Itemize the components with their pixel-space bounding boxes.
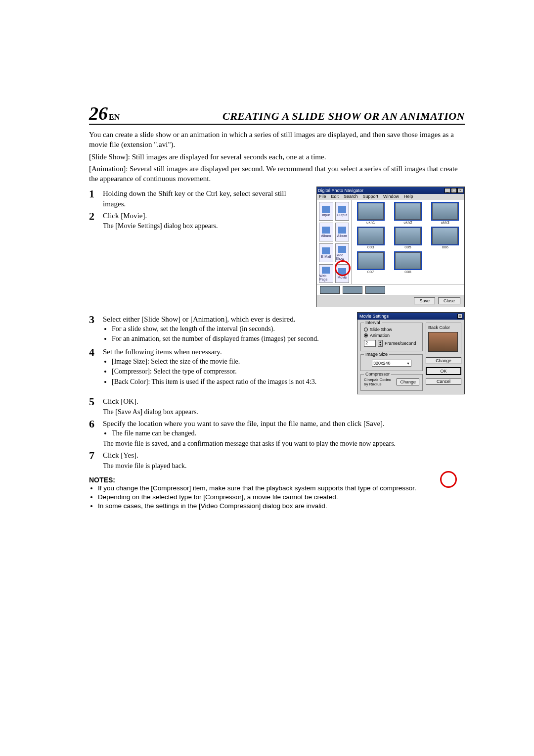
menubar: File Edit Search Support Window Help: [317, 194, 464, 200]
step-text: Click [OK].: [103, 396, 465, 406]
step-text: Click [Yes].: [103, 450, 465, 460]
sidebar-item-label: Web Page: [319, 274, 333, 281]
step-number: 4: [89, 347, 98, 388]
backcolor-preview: [428, 332, 458, 352]
notes-heading: NOTES:: [89, 476, 425, 484]
input-icon: [322, 206, 330, 213]
step-bullet: [Back Color]: This item is used if the a…: [112, 378, 348, 387]
sidebar-item-label: Album: [337, 234, 347, 237]
intro-line-2: [Slide Show]: Still images are displayed…: [89, 152, 465, 162]
thumbnail-caption: 007: [367, 270, 374, 274]
window-titlebar: Digital Photo Navigator _ □ ×: [317, 187, 464, 194]
thumbnail-caption: 008: [404, 270, 411, 274]
ok-button[interactable]: OK: [426, 367, 461, 375]
thumbnail[interactable]: ukh1: [355, 203, 387, 225]
maximize-icon[interactable]: □: [451, 188, 457, 193]
sidebar-item-webpage[interactable]: Web Page: [319, 264, 333, 283]
step-number: 6: [89, 419, 98, 448]
movie-settings-dialog: Movie Settings × Interval Slide Show Ani…: [357, 312, 465, 394]
imagesize-select[interactable]: 320x240▼: [372, 360, 411, 367]
sidebar-item-label: Input: [322, 213, 330, 217]
dialog-title: Movie Settings: [359, 314, 389, 319]
radio-icon: [364, 328, 368, 331]
thumbnail-image: [432, 203, 458, 220]
sidebar-item-album[interactable]: Album: [319, 223, 333, 241]
menu-file[interactable]: File: [319, 194, 326, 200]
thumbnail-image: [395, 228, 421, 244]
thumbnail-caption: ukh2: [403, 220, 412, 225]
thumbnail-caption: 006: [442, 245, 448, 249]
step-bullet: [Image Size]: Select the size of the mov…: [112, 357, 348, 367]
close-icon[interactable]: ×: [457, 188, 463, 193]
compressor-change-button[interactable]: Change: [397, 378, 419, 385]
step-text: Click [Movie].: [103, 211, 308, 221]
page-number-value: 26: [89, 103, 108, 124]
step-subtext: The [Save As] dialog box appears.: [103, 408, 465, 417]
sidebar-item-output[interactable]: Output: [335, 202, 350, 221]
output-icon: [338, 206, 346, 213]
album-icon: [338, 227, 346, 234]
intro-line-3: [Animation]: Several still images are di…: [89, 164, 465, 184]
step-number: 7: [89, 450, 98, 471]
sidebar-item-email[interactable]: E-Mail: [319, 243, 333, 262]
frames-label: Frames/Second: [385, 341, 416, 346]
page-header: 26EN CREATING A SLIDE SHOW OR AN ANIMATI…: [89, 104, 465, 125]
menu-search[interactable]: Search: [344, 194, 358, 200]
thumbnail[interactable]: 006: [429, 228, 461, 249]
thumbnail[interactable]: ukh2: [392, 203, 424, 225]
radio-slide-show[interactable]: Slide Show: [364, 327, 419, 332]
section-title: CREATING A SLIDE SHOW OR AN ANIMATION: [222, 110, 465, 123]
sidebar-item-label: Movie: [337, 276, 347, 279]
minimize-icon[interactable]: _: [445, 188, 450, 193]
thumbnail[interactable]: 003: [355, 228, 387, 249]
step-text: Select either [Slide Show] or [Animation…: [103, 314, 348, 324]
menu-window[interactable]: Window: [383, 194, 399, 200]
album-icon: [322, 227, 330, 234]
page-number-suffix: EN: [109, 113, 120, 121]
close-icon[interactable]: ×: [457, 314, 462, 319]
email-icon: [322, 247, 330, 254]
thumbnail[interactable]: 005: [392, 228, 424, 249]
thumbnail[interactable]: 008: [392, 252, 424, 274]
annotation-circle-icon: [440, 471, 457, 488]
movie-icon: [338, 268, 346, 275]
frames-input[interactable]: 2: [364, 340, 376, 347]
thumbnail-caption: 005: [404, 245, 411, 249]
step-number: 1: [89, 189, 98, 209]
note-item: Depending on the selected type for [Comp…: [98, 493, 425, 502]
sidebar-item-movie[interactable]: Movie: [335, 264, 350, 283]
filmstrip: [317, 284, 464, 295]
webpage-icon: [322, 267, 330, 274]
note-item: In some cases, the settings in the [Vide…: [98, 502, 425, 511]
menu-edit[interactable]: Edit: [331, 194, 339, 200]
frames-spinner[interactable]: ▲▼: [378, 340, 383, 347]
thumbnail[interactable]: ukh3: [429, 203, 461, 225]
thumbnail-caption: ukh1: [366, 220, 375, 225]
filmstrip-thumb[interactable]: [365, 286, 385, 294]
thumbnail-caption: 003: [367, 245, 374, 249]
thumbnail-image: [395, 203, 421, 220]
sidebar-item-album-2[interactable]: Album: [335, 223, 350, 241]
sidebar-item-label: E-Mail: [321, 255, 331, 258]
sidebar-item-slideshow[interactable]: Slide Show: [335, 243, 350, 262]
step-text: Holding down the Shift key or the Ctrl k…: [103, 189, 308, 209]
cancel-button[interactable]: Cancel: [426, 378, 461, 385]
radio-animation[interactable]: Animation: [364, 333, 419, 338]
filmstrip-thumb[interactable]: [320, 286, 340, 294]
close-button[interactable]: Close: [438, 297, 460, 304]
thumbnail[interactable]: 007: [355, 252, 387, 274]
backcolor-change-button[interactable]: Change: [426, 357, 461, 364]
save-button[interactable]: Save: [414, 297, 435, 304]
window-title: Digital Photo Navigator: [318, 188, 363, 193]
interval-group: Interval Slide Show Animation 2 ▲▼ Frame…: [360, 323, 423, 351]
thumbnail-image: [358, 203, 384, 220]
menu-support[interactable]: Support: [363, 194, 379, 200]
sidebar-item-input[interactable]: Input: [319, 202, 333, 221]
filmstrip-thumb[interactable]: [343, 286, 362, 294]
slideshow-icon: [338, 246, 346, 253]
note-item: If you change the [Compressor] item, mak…: [98, 484, 425, 493]
backcolor-group: Back Color: [426, 323, 461, 354]
menu-help[interactable]: Help: [404, 194, 413, 200]
step-after: The movie file is saved, and a confirmat…: [103, 439, 465, 449]
step-subtext: The movie file is played back.: [103, 462, 465, 471]
